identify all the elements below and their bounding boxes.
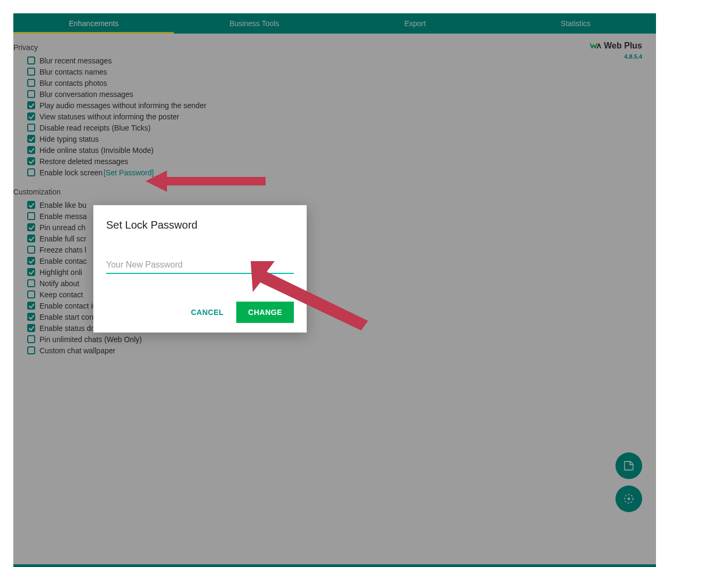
checkbox-icon[interactable] [27,335,35,343]
checkbox-icon[interactable] [27,79,35,87]
set-lock-password-modal: Set Lock Password CANCEL CHANGE [93,205,307,333]
privacy-options: Blur recent messages Blur contacts names… [13,55,656,178]
opt-hide-online[interactable]: Hide online status (Invisible Mode) [27,144,656,156]
checkbox-icon[interactable] [27,135,35,143]
checkbox-icon[interactable] [27,168,35,176]
checkbox-icon[interactable] [27,346,35,354]
checkbox-icon[interactable] [27,246,35,254]
checkbox-icon[interactable] [27,201,35,209]
bottom-bar: izon Carlos · +557598131991 English Shar… [13,564,656,567]
checkbox-icon[interactable] [27,324,35,332]
option-label: Notify about [39,279,79,288]
option-label: Blur recent messages [39,56,111,65]
checkbox-icon[interactable] [27,234,35,242]
cancel-button[interactable]: CANCEL [188,303,227,322]
checkbox-icon[interactable] [27,279,35,287]
opt-blur-names[interactable]: Blur contacts names [27,66,656,77]
opt-pin-unlimited[interactable]: Pin unlimited chats (Web Only) [27,334,656,345]
tab-enhancements[interactable]: Enhancements [13,13,174,34]
brand-block: Web Plus 4.8.5.4 [590,41,642,60]
option-label: Enable lock screen [39,168,102,177]
opt-restore-deleted[interactable]: Restore deleted messages [27,156,656,167]
option-label: Enable full scr [39,234,86,243]
set-password-link[interactable]: [Set Password] [103,168,154,177]
option-label: Hide typing status [39,135,99,143]
section-title-customization: Customization [13,178,656,199]
section-title-privacy: Privacy [13,34,656,55]
opt-disable-read-receipts[interactable]: Disable read receipts (Blue Ticks) [27,122,656,133]
checkbox-icon[interactable] [27,313,35,321]
option-label: Play audio messages without informing th… [39,101,206,110]
opt-blur-photos[interactable]: Blur contacts photos [27,77,656,88]
checkbox-icon[interactable] [27,124,35,132]
opt-view-status-silent[interactable]: View statuses without informing the post… [27,111,656,122]
checkbox-icon[interactable] [27,56,35,64]
opt-play-audio-silent[interactable]: Play audio messages without informing th… [27,100,656,111]
checkbox-icon[interactable] [27,290,35,298]
option-label: Freeze chats l [39,246,86,254]
wa-logo-icon [590,42,602,50]
fab-target[interactable] [615,485,642,512]
brand-version: 4.8.5.4 [590,53,642,60]
checkbox-icon[interactable] [27,223,35,231]
checkbox-icon[interactable] [27,90,35,98]
tab-business-tools[interactable]: Business Tools [174,13,334,34]
checkbox-icon[interactable] [27,112,35,120]
option-label: Blur contacts photos [39,79,107,87]
option-label: Enable messa [39,212,87,221]
svg-point-1 [628,498,630,500]
option-label: Custom chat wallpaper [39,346,115,355]
tab-statistics[interactable]: Statistics [495,13,656,34]
checkbox-icon[interactable] [27,257,35,265]
modal-title: Set Lock Password [106,219,294,231]
checkbox-icon[interactable] [27,212,35,220]
checkbox-icon[interactable] [27,302,35,310]
checkbox-icon[interactable] [27,101,35,109]
option-label: Pin unread ch [39,223,85,232]
option-label: Blur conversation messages [39,90,133,99]
checkbox-icon[interactable] [27,146,35,154]
target-icon [622,492,635,505]
opt-blur-conv[interactable]: Blur conversation messages [27,88,656,100]
option-label: Blur contacts names [39,68,107,76]
change-button[interactable]: CHANGE [236,302,294,323]
checkbox-icon[interactable] [27,157,35,165]
option-label: Enable contac [39,257,87,265]
option-label: Disable read receipts (Blue Ticks) [39,124,151,132]
option-label: Pin unlimited chats (Web Only) [39,335,142,344]
option-label: Restore deleted messages [39,157,129,166]
sticker-icon [622,459,635,472]
brand-name: Web Plus [604,41,642,51]
checkbox-icon[interactable] [27,68,35,76]
checkbox-icon[interactable] [27,268,35,276]
new-password-input[interactable] [106,257,294,274]
option-label: Highlight onli [39,268,82,277]
option-label: Enable like bu [39,201,86,209]
option-label: Hide online status (Invisible Mode) [39,146,154,155]
opt-hide-typing[interactable]: Hide typing status [27,133,656,144]
opt-blur-recent[interactable]: Blur recent messages [27,55,656,66]
fab-sticker[interactable] [615,452,642,479]
tab-export[interactable]: Export [335,13,495,34]
opt-custom-wallpaper[interactable]: Custom chat wallpaper [27,345,656,356]
top-tabs: Enhancements Business Tools Export Stati… [13,13,656,34]
option-label: View statuses without informing the post… [39,112,179,121]
opt-enable-lock[interactable]: Enable lock screen [Set Password] [27,167,656,178]
option-label: Keep contact [39,290,83,299]
